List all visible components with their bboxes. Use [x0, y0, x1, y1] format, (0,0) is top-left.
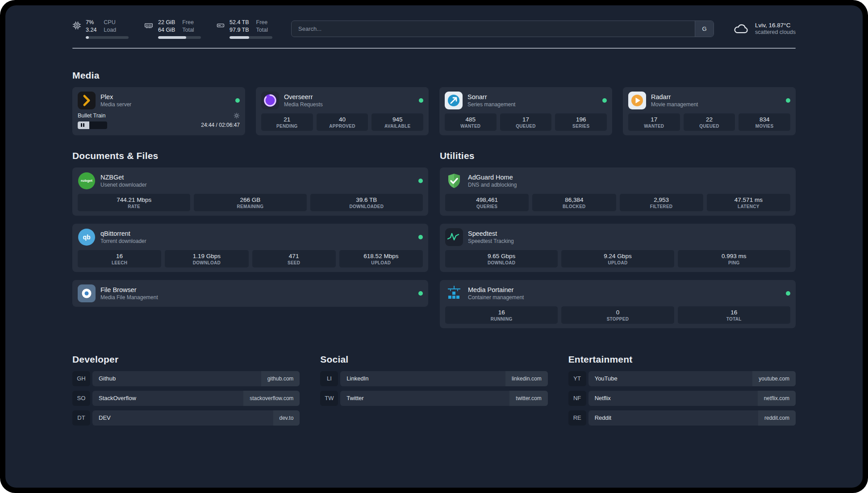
- service-card-adguard[interactable]: AdGuard Home DNS and adblocking 498,461 …: [440, 167, 796, 216]
- service-subtitle: Media server: [100, 101, 131, 108]
- memory-total-label: Total: [182, 26, 194, 33]
- top-bar: 7% 3.24 CPU Load: [72, 19, 796, 39]
- service-card-sonarr[interactable]: Sonarr Series management 485 WANTED 17 Q…: [439, 87, 612, 135]
- bookmark-url: github.com: [261, 371, 300, 386]
- stat-value: 618.52 Mbps: [363, 253, 398, 259]
- service-name: Overseerr: [284, 93, 323, 100]
- stat-filtered: 2,953 FILTERED: [620, 194, 703, 211]
- bookmark-abbr: NF: [568, 391, 586, 406]
- service-card-nzbget[interactable]: nzbget NZBGet Usenet downloader 744.21 M…: [72, 167, 428, 216]
- search-provider-button[interactable]: G: [695, 21, 714, 37]
- stat-label: DOWNLOAD: [488, 260, 515, 265]
- stat-downloaded: 39.6 TB DOWNLOADED: [310, 194, 423, 211]
- service-card-filebrowser[interactable]: File Browser Media File Management: [72, 280, 428, 307]
- bookmark-github[interactable]: GH Github github.com: [72, 371, 300, 386]
- bookmark-name: Netflix: [588, 395, 617, 401]
- status-dot: [418, 235, 423, 239]
- resource-widgets: 7% 3.24 CPU Load: [72, 19, 272, 39]
- gear-icon[interactable]: [234, 113, 240, 119]
- stat-queued: 22 QUEUED: [684, 113, 735, 131]
- stat-value: 744.21 Mbps: [117, 196, 151, 203]
- service-subtitle: Media Requests: [284, 101, 323, 108]
- bookmark-name: Reddit: [588, 414, 618, 421]
- stat-label: RATE: [128, 204, 140, 209]
- stat-latency: 47.571 ms LATENCY: [707, 194, 790, 211]
- service-card-radarr[interactable]: Radarr Movie management 17 WANTED 22 QUE…: [623, 87, 796, 135]
- stat-series: 196 SERIES: [555, 113, 607, 131]
- playback-time: 24:44 / 02:06:47: [201, 122, 240, 128]
- stat-value: 9.24 Gbps: [604, 253, 631, 259]
- pause-icon[interactable]: [81, 123, 84, 127]
- stat-ping: 0.993 ms PING: [678, 250, 790, 267]
- service-card-portainer[interactable]: Media Portainer Container management 16 …: [440, 280, 796, 328]
- memory-progress-fill: [158, 36, 186, 39]
- bookmark-linkedin[interactable]: LI LinkedIn linkedin.com: [320, 371, 547, 386]
- bookmark-name: LinkedIn: [340, 375, 375, 382]
- disk-free-label: Free: [256, 19, 268, 26]
- bookmark-name: YouTube: [588, 375, 624, 382]
- service-subtitle: Movie management: [651, 101, 698, 108]
- status-dot: [786, 291, 790, 296]
- memory-total-value: 64 GiB: [158, 26, 175, 33]
- stat-label: STOPPED: [607, 317, 629, 322]
- service-name: Plex: [100, 93, 131, 100]
- cpu-label: CPU: [104, 19, 116, 26]
- cpu-widget: 7% 3.24 CPU Load: [72, 19, 129, 39]
- stat-upload: 618.52 Mbps UPLOAD: [339, 250, 423, 267]
- bookmark-reddit[interactable]: RE Reddit reddit.com: [568, 410, 796, 426]
- stat-wanted: 17 WANTED: [628, 113, 680, 131]
- status-dot: [786, 98, 790, 103]
- bookmark-name: Twitter: [340, 395, 370, 401]
- cloud-icon: [733, 23, 750, 35]
- service-card-speedtest[interactable]: Speedtest Speedtest Tracking 9.65 Gbps D…: [440, 224, 796, 272]
- search-input[interactable]: [292, 25, 695, 32]
- weather-condition: scattered clouds: [755, 29, 796, 35]
- search-bar[interactable]: G: [291, 21, 714, 37]
- section-documents: Documents & Files nzbget NZBGet Usenet d…: [72, 150, 428, 307]
- service-card-qbittorrent[interactable]: qb qBittorrent Torrent downloader 16 LEE…: [72, 224, 428, 272]
- bookmark-dev[interactable]: DT DEV dev.to: [72, 410, 300, 426]
- stat-value: 86,384: [565, 196, 583, 203]
- weather-widget: Lviv, 16.87°C scattered clouds: [733, 22, 796, 35]
- stat-pending: 21 PENDING: [261, 113, 313, 131]
- topbar-divider: [72, 48, 796, 49]
- bookmark-abbr: LI: [320, 371, 338, 386]
- stat-upload: 9.24 Gbps UPLOAD: [561, 250, 674, 267]
- bookmark-group-title: Developer: [72, 354, 300, 365]
- stat-value: 471: [289, 253, 299, 259]
- disk-total-label: Total: [256, 26, 268, 33]
- bookmark-twitter[interactable]: TW Twitter twitter.com: [320, 391, 547, 406]
- disk-icon: [216, 21, 225, 30]
- bookmark-url: linkedin.com: [505, 371, 548, 386]
- stat-download: 1.19 Gbps DOWNLOAD: [165, 250, 248, 267]
- stat-label: DOWNLOAD: [193, 260, 221, 265]
- portainer-icon: [445, 284, 463, 302]
- adguard-icon: [445, 172, 463, 190]
- stat-value: 21: [284, 116, 290, 123]
- service-card-plex[interactable]: Plex Media server Bullet Train: [72, 87, 245, 135]
- stat-seed: 471 SEED: [252, 250, 336, 267]
- screen-frame: 7% 3.24 CPU Load: [0, 0, 868, 493]
- section-title-media: Media: [72, 70, 796, 81]
- service-subtitle: Speedtest Tracking: [468, 238, 514, 244]
- memory-icon: [144, 21, 154, 30]
- bookmark-youtube[interactable]: YT YouTube youtube.com: [568, 371, 796, 386]
- stat-label: QUEUED: [516, 124, 536, 129]
- status-dot: [602, 98, 607, 103]
- bookmark-netflix[interactable]: NF Netflix netflix.com: [568, 391, 796, 406]
- service-name: Media Portainer: [468, 286, 524, 293]
- disk-progress-bar: [230, 36, 272, 39]
- status-dot: [418, 179, 423, 183]
- bookmark-url: netflix.com: [758, 391, 796, 406]
- stat-running: 16 RUNNING: [445, 306, 558, 324]
- bookmark-stackoverflow[interactable]: SO StackOverflow stackoverflow.com: [72, 391, 300, 406]
- stat-label: TOTAL: [726, 317, 742, 322]
- stat-value: 17: [522, 116, 529, 123]
- service-card-overseerr[interactable]: Overseerr Media Requests 21 PENDING 40 A…: [256, 87, 429, 135]
- bookmark-abbr: YT: [568, 371, 586, 386]
- stat-label: AVAILABLE: [384, 124, 410, 129]
- stat-value: 47.571 ms: [734, 196, 763, 203]
- stat-value: 39.6 TB: [356, 196, 377, 203]
- service-name: File Browser: [100, 286, 158, 293]
- stat-value: 9.65 Gbps: [488, 253, 515, 259]
